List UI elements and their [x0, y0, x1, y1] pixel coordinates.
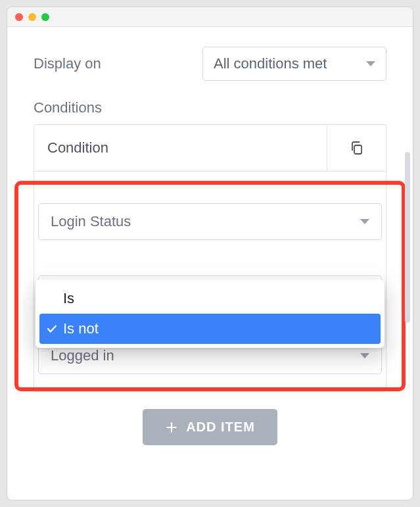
operator-option-is-not[interactable]: Is not	[39, 314, 381, 344]
operator-select-wrap: Is Is not	[38, 276, 382, 312]
operator-option-is[interactable]: Is	[39, 283, 381, 314]
caret-down-icon	[360, 353, 369, 358]
svg-rect-0	[354, 145, 362, 154]
window-titlebar	[7, 7, 413, 27]
scrollbar-track[interactable]	[405, 152, 410, 362]
copy-icon	[349, 140, 365, 156]
scrollbar-thumb[interactable]	[405, 152, 410, 323]
window-minimize-button[interactable]	[28, 13, 36, 21]
content-panel: Display on All conditions met Conditions…	[7, 27, 413, 500]
window-maximize-button[interactable]	[41, 13, 49, 21]
caret-down-icon	[366, 61, 375, 66]
condition-field-value: Login Status	[51, 213, 131, 230]
display-on-label: Display on	[34, 55, 101, 72]
app-window: Display on All conditions met Conditions…	[7, 7, 413, 500]
condition-value-text: Logged in	[51, 347, 114, 364]
check-icon	[46, 323, 63, 335]
display-on-row: Display on All conditions met	[34, 47, 386, 81]
condition-editor-highlight: Login Status Is	[14, 181, 406, 391]
condition-column-header: Condition	[34, 125, 327, 171]
window-close-button[interactable]	[15, 13, 23, 21]
display-on-value: All conditions met	[214, 55, 327, 72]
conditions-table-header: Condition	[34, 125, 386, 172]
display-on-select[interactable]: All conditions met	[202, 47, 386, 81]
caret-down-icon	[360, 219, 369, 224]
operator-dropdown-popup: Is Is not	[35, 279, 385, 348]
operator-option-label: Is	[63, 290, 74, 307]
duplicate-button[interactable]	[327, 125, 386, 171]
add-item-button[interactable]: ADD ITEM	[143, 409, 277, 445]
plus-icon	[165, 421, 178, 434]
conditions-label: Conditions	[34, 99, 386, 116]
operator-option-label: Is not	[63, 320, 99, 337]
conditions-table: Condition Login Status	[34, 124, 386, 392]
add-item-label: ADD ITEM	[186, 420, 255, 435]
condition-field-select[interactable]: Login Status	[38, 203, 382, 240]
